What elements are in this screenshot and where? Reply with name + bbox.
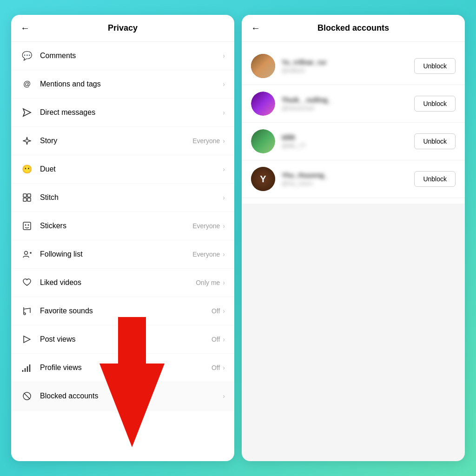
blocked-name-1: Thuik__nulling_	[282, 96, 414, 104]
profile-views-chevron: ›	[223, 364, 225, 371]
blocked-name-3: Yhu_rhuunng_	[282, 172, 414, 179]
mentions-chevron: ›	[223, 80, 225, 88]
mentions-label: Mentions and tags	[40, 80, 220, 88]
comments-icon: 💬	[20, 49, 33, 62]
mentions-icon: @	[20, 78, 33, 91]
stickers-label: Stickers	[40, 222, 192, 230]
svg-rect-5	[23, 222, 31, 230]
post-views-label: Post views	[40, 335, 212, 344]
svg-rect-3	[23, 198, 26, 201]
unblock-button-1[interactable]: Unblock	[414, 96, 456, 112]
following-list-icon	[20, 248, 33, 261]
story-chevron: ›	[223, 137, 225, 145]
avatar-1	[251, 92, 275, 116]
direct-messages-icon	[20, 106, 33, 119]
unblock-button-0[interactable]: Unblock	[414, 58, 456, 74]
stickers-value: Everyone	[192, 222, 220, 230]
svg-point-8	[25, 251, 28, 255]
avatar-0	[251, 54, 275, 78]
stitch-icon	[20, 191, 33, 204]
duet-icon: 😶	[20, 163, 33, 176]
svg-rect-4	[27, 198, 31, 201]
menu-item-mentions[interactable]: @ Mentions and tags ›	[11, 70, 234, 99]
svg-rect-2	[27, 194, 31, 197]
menu-item-duet[interactable]: 😶 Duet ›	[11, 155, 234, 184]
blocked-name-0: Yu_rrillnar_rur	[282, 59, 414, 66]
svg-rect-1	[23, 194, 26, 197]
privacy-title: Privacy	[108, 23, 138, 33]
avatar-3: Y	[251, 167, 275, 191]
favorite-sounds-chevron: ›	[223, 307, 225, 315]
svg-point-7	[28, 225, 29, 226]
blocked-handle-1: @tnlussnnull	[282, 105, 414, 112]
blocked-info-1: Thuik__nulling_ @tnlussnnull	[282, 96, 414, 112]
story-icon	[20, 134, 33, 147]
following-list-value: Everyone	[192, 251, 220, 258]
profile-views-icon	[20, 361, 33, 374]
unblock-button-2[interactable]: Unblock	[414, 133, 456, 149]
menu-item-comments[interactable]: 💬 Comments ›	[11, 42, 234, 70]
menu-item-direct-messages[interactable]: Direct messages ›	[11, 99, 234, 127]
blocked-item-0: Yu_rrillnar_rur @rrillisnir Unblock	[242, 47, 465, 85]
blocked-item-3: Y Yhu_rhuunng_ @rhu_nrinrn Unblock	[242, 160, 465, 198]
profile-views-value: Off	[212, 364, 220, 371]
story-label: Story	[40, 137, 192, 145]
post-views-icon	[20, 333, 33, 346]
unblock-button-3[interactable]: Unblock	[414, 171, 456, 187]
favorite-sounds-icon	[20, 304, 33, 317]
story-value: Everyone	[192, 137, 220, 145]
blocked-accounts-label: Blocked accounts	[40, 392, 220, 400]
blocked-accounts-header: ← Blocked accounts	[242, 15, 465, 42]
liked-videos-label: Liked videos	[40, 278, 196, 287]
blocked-accounts-panel: ← Blocked accounts Yu_rrillnar_rur @rril…	[242, 15, 465, 461]
menu-item-post-views[interactable]: Post views Off ›	[11, 325, 234, 354]
svg-marker-11	[24, 336, 30, 343]
menu-item-liked-videos[interactable]: Liked videos Only me ›	[11, 269, 234, 297]
blocked-info-3: Yhu_rhuunng_ @rhu_nrinrn	[282, 172, 414, 187]
favorite-sounds-label: Favorite sounds	[40, 307, 212, 315]
blocked-info-2: tillllt @tllln_YT	[282, 134, 414, 149]
privacy-header: ← Privacy	[11, 15, 234, 42]
blocked-handle-2: @tllln_YT	[282, 143, 414, 149]
following-list-label: Following list	[40, 250, 192, 258]
profile-views-label: Profile views	[40, 364, 212, 372]
blocked-accounts-title: Blocked accounts	[317, 23, 389, 33]
blocked-accounts-chevron: ›	[223, 392, 225, 400]
post-views-value: Off	[212, 336, 220, 343]
blocked-info-0: Yu_rrillnar_rur @rrillisnir	[282, 59, 414, 74]
duet-label: Duet	[40, 165, 220, 173]
privacy-panel: ← Privacy 💬 Comments › @ Mentions and ta…	[11, 15, 234, 461]
stickers-chevron: ›	[223, 222, 225, 230]
blocked-name-2: tillllt	[282, 134, 414, 141]
blocked-handle-3: @rhu_nrinrn	[282, 180, 414, 187]
menu-item-stitch[interactable]: Stitch ›	[11, 184, 234, 212]
svg-marker-0	[23, 109, 31, 116]
favorite-sounds-value: Off	[212, 307, 220, 315]
comments-chevron: ›	[223, 52, 225, 60]
post-views-chevron: ›	[223, 336, 225, 343]
direct-messages-label: Direct messages	[40, 108, 220, 117]
menu-item-profile-views[interactable]: Profile views Off ›	[11, 354, 234, 382]
menu-item-blocked-accounts[interactable]: Blocked accounts ›	[11, 382, 234, 410]
liked-videos-chevron: ›	[223, 279, 225, 286]
following-list-chevron: ›	[223, 251, 225, 258]
duet-chevron: ›	[223, 165, 225, 173]
stitch-chevron: ›	[223, 194, 225, 201]
blocked-item-2: tillllt @tllln_YT Unblock	[242, 123, 465, 160]
menu-item-stickers[interactable]: Stickers Everyone ›	[11, 212, 234, 240]
menu-item-story[interactable]: Story Everyone ›	[11, 127, 234, 155]
back-button[interactable]: ←	[20, 23, 30, 33]
blocked-accounts-icon	[20, 390, 33, 403]
menu-item-favorite-sounds[interactable]: Favorite sounds Off ›	[11, 297, 234, 325]
avatar-2	[251, 129, 275, 153]
menu-item-following-list[interactable]: Following list Everyone ›	[11, 240, 234, 269]
direct-messages-chevron: ›	[223, 109, 225, 116]
blocked-back-button[interactable]: ←	[251, 23, 260, 33]
blocked-item-1: Thuik__nulling_ @tnlussnnull Unblock	[242, 85, 465, 123]
svg-line-17	[24, 393, 30, 399]
liked-videos-icon	[20, 276, 33, 289]
stickers-icon	[20, 219, 33, 232]
privacy-menu-list: 💬 Comments › @ Mentions and tags › Direc…	[11, 42, 234, 461]
svg-point-6	[25, 225, 26, 226]
blocked-accounts-list: Yu_rrillnar_rur @rrillisnir Unblock Thui…	[242, 42, 465, 204]
